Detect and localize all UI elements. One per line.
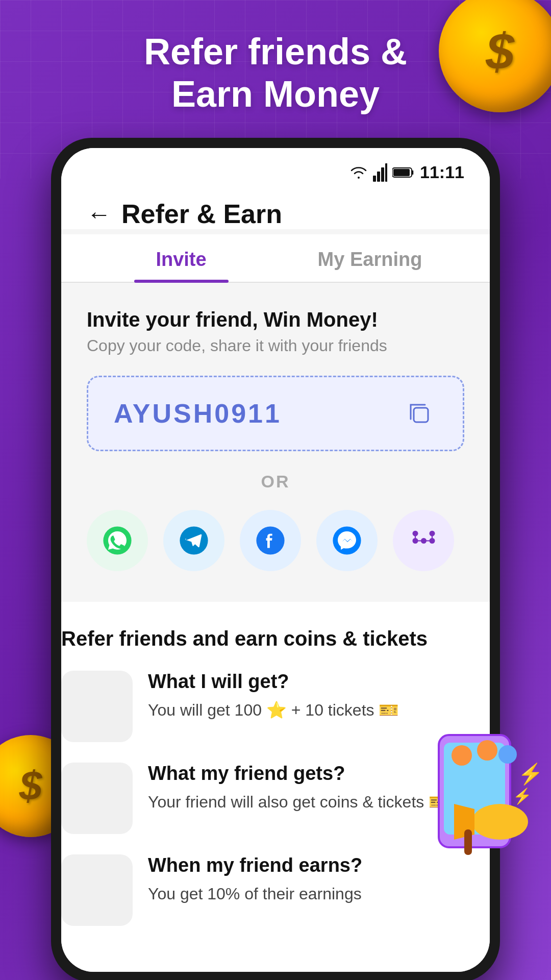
benefit-desc-3: You get 10% of their earnings <box>148 881 362 906</box>
or-divider: OR <box>87 472 464 492</box>
svg-point-7 <box>472 804 528 840</box>
benefit-text-3: When my friend earns? You get 10% of the… <box>148 854 362 906</box>
referral-code-text: AYUSH0911 <box>114 398 282 429</box>
benefit-text-2: What my friend gets? Your friend will al… <box>148 763 449 814</box>
whatsapp-button[interactable] <box>87 510 148 571</box>
svg-text:⚡: ⚡ <box>518 762 543 786</box>
status-time: 11:11 <box>420 162 464 182</box>
svg-rect-14 <box>385 163 387 182</box>
benefit-item-3: When my friend earns? You get 10% of the… <box>61 854 490 926</box>
benefit-icon-1 <box>61 671 133 742</box>
svg-rect-16 <box>393 169 410 176</box>
battery-icon <box>392 166 415 179</box>
invite-heading: Invite your friend, Win Money! <box>87 308 464 331</box>
status-bar: 11:11 <box>61 148 490 188</box>
benefit-icon-3 <box>61 854 133 926</box>
signal-icon <box>373 163 387 182</box>
benefit-desc-1: You will get 100 ⭐ + 10 tickets 🎫 <box>148 698 399 722</box>
referral-code-box[interactable]: AYUSH0911 <box>87 376 464 451</box>
refer-earn-title: Refer friends and earn coins & tickets <box>61 627 490 650</box>
svg-point-4 <box>498 745 517 764</box>
benefit-heading-2: What my friend gets? <box>148 763 449 785</box>
svg-rect-17 <box>414 408 428 422</box>
tab-invite[interactable]: Invite <box>87 234 276 282</box>
header-title: Refer friends & Earn Money <box>0 31 551 115</box>
content-area: Invite your friend, Win Money! Copy your… <box>61 283 490 571</box>
more-share-button[interactable] <box>393 510 454 571</box>
copy-icon[interactable] <box>402 396 437 431</box>
tabs-container: Invite My Earning <box>61 234 490 283</box>
svg-rect-11 <box>373 176 376 182</box>
benefit-heading-3: When my friend earns? <box>148 854 362 876</box>
benefit-text-1: What I will get? You will get 100 ⭐ + 10… <box>148 671 399 722</box>
header-section: Refer friends & Earn Money <box>0 31 551 115</box>
benefit-icon-2 <box>61 763 133 834</box>
svg-point-2 <box>452 745 472 766</box>
svg-rect-13 <box>381 167 384 182</box>
app-header: ← Refer & Earn <box>61 188 490 229</box>
megaphone-illustration: ⚡ ⚡ <box>423 730 551 863</box>
wifi-icon <box>349 163 368 182</box>
page-title: Refer & Earn <box>121 199 282 229</box>
svg-text:⚡: ⚡ <box>513 787 532 805</box>
invite-subtext: Copy your code, share it with your frien… <box>87 336 464 355</box>
messenger-button[interactable] <box>316 510 378 571</box>
svg-point-3 <box>477 740 497 761</box>
telegram-button[interactable] <box>163 510 224 571</box>
svg-rect-12 <box>377 172 380 182</box>
facebook-button[interactable] <box>240 510 301 571</box>
tab-my-earning[interactable]: My Earning <box>276 234 464 282</box>
status-icons: 11:11 <box>349 162 464 182</box>
svg-rect-10 <box>464 829 472 855</box>
benefit-desc-2: Your friend will also get coins & ticket… <box>148 790 449 814</box>
back-button[interactable]: ← <box>87 200 111 228</box>
benefit-heading-1: What I will get? <box>148 671 399 693</box>
share-buttons-row <box>87 510 464 571</box>
